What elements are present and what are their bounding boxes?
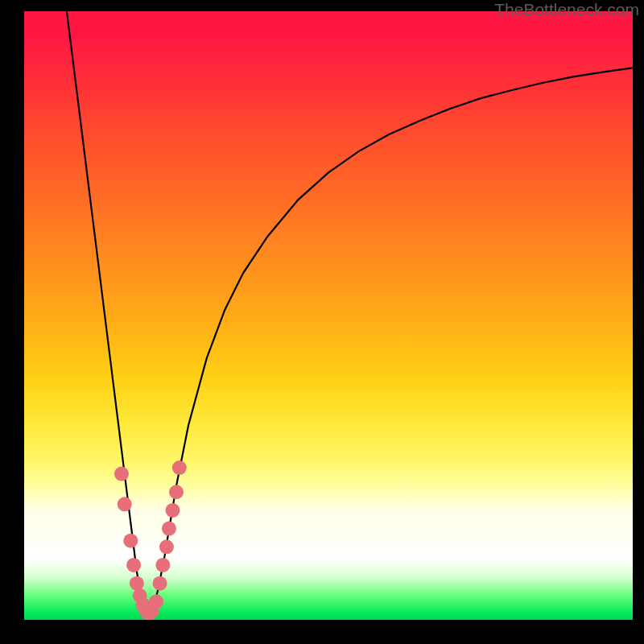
data-marker [149, 594, 163, 609]
chart-svg [24, 11, 633, 620]
data-marker [130, 576, 144, 591]
data-marker [169, 485, 184, 499]
chart-frame: TheBottleneck.com [0, 0, 644, 644]
data-marker [118, 497, 132, 511]
data-marker [159, 539, 174, 554]
data-marker [153, 576, 167, 591]
data-marker [123, 534, 138, 548]
data-marker [126, 558, 141, 572]
data-marker [165, 503, 180, 518]
data-marker [114, 467, 129, 481]
curve-path [67, 11, 633, 617]
watermark-text: TheBottleneck.com [494, 0, 639, 19]
data-marker [155, 558, 170, 572]
data-marker [172, 460, 187, 475]
data-marker [162, 522, 176, 536]
plot-area [24, 11, 633, 620]
